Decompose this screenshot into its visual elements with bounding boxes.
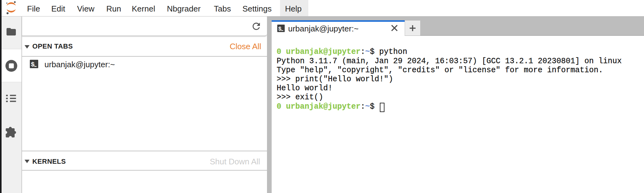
svg-text:$: $ <box>31 61 34 68</box>
svg-text:$: $ <box>278 26 282 32</box>
